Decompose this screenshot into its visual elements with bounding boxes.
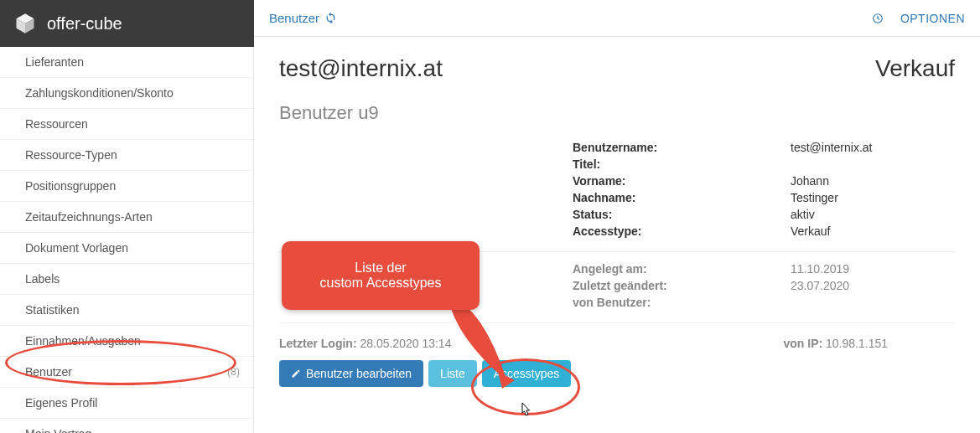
label-created: Angelegt am: xyxy=(573,262,791,276)
button-row: Benutzer bearbeiten Liste Accesstypes xyxy=(279,360,955,387)
page-subtitle: Benutzer u9 xyxy=(279,102,955,124)
value-ip: 10.98.1.151 xyxy=(826,337,888,350)
value-username: test@internix.at xyxy=(791,141,872,154)
sidebar-item-label: Einnahmen/Ausgaben xyxy=(25,334,141,348)
callout-tooltip: Liste der custom Accesstypes xyxy=(282,241,480,310)
sidebar-item-label: Zahlungskonditionen/Skonto xyxy=(25,86,174,100)
page-title: test@internix.at xyxy=(279,55,443,82)
label-byuser: von Benutzer: xyxy=(573,296,791,309)
label-last-login: Letzter Login: xyxy=(279,337,357,350)
sidebar-item-label: Eigenes Profil xyxy=(25,396,97,410)
value-modified: 23.07.2020 xyxy=(791,279,849,292)
title-row: test@internix.at Verkauf xyxy=(279,55,955,82)
sidebar-item-lieferanten[interactable]: Lieferanten xyxy=(0,47,253,78)
sidebar-item-labels[interactable]: Labels xyxy=(0,264,253,295)
sidebar-item-benutzer[interactable]: Benutzer (8) xyxy=(0,357,253,388)
sidebar-item-label: Dokument Vorlagen xyxy=(25,241,128,255)
meta-block: Angelegt am:11.10.2019 Zuletzt geändert:… xyxy=(573,260,955,311)
breadcrumb-label: Benutzer xyxy=(269,11,319,25)
svg-marker-1 xyxy=(498,372,515,389)
sidebar-item-ressourcen[interactable]: Ressourcen xyxy=(0,109,253,140)
sidebar-item-label: Positionsgruppen xyxy=(25,179,116,193)
edit-user-label: Benutzer bearbeiten xyxy=(306,367,412,380)
sidebar[interactable]: Lieferanten Zahlungskonditionen/Skonto R… xyxy=(0,47,254,433)
sidebar-item-statistiken[interactable]: Statistiken xyxy=(0,295,253,326)
label-modified: Zuletzt geändert: xyxy=(573,279,791,292)
label-ip: von IP: xyxy=(783,337,822,350)
sidebar-item-label: Statistiken xyxy=(25,303,80,317)
callout-line1: Liste der xyxy=(355,260,406,276)
login-row: Letzter Login: 28.05.2020 13:14 von IP: … xyxy=(279,332,955,350)
sidebar-item-eigenes-profil[interactable]: Eigenes Profil xyxy=(0,388,253,419)
value-created: 11.10.2019 xyxy=(791,262,849,276)
cursor-pointer-icon xyxy=(517,402,532,420)
label-accesstype: Accesstype: xyxy=(573,224,791,238)
brand-text: offer-cube xyxy=(47,14,122,34)
sidebar-item-label: Benutzer xyxy=(25,365,72,379)
pencil-icon xyxy=(291,369,301,379)
cube-logo-icon xyxy=(13,12,37,35)
detail-block: Benutzername:test@internix.at Titel: Vor… xyxy=(573,139,955,240)
edit-user-button[interactable]: Benutzer bearbeiten xyxy=(279,360,423,387)
sidebar-item-badge: (8) xyxy=(227,366,240,378)
sidebar-item-zahlungskonditionen[interactable]: Zahlungskonditionen/Skonto xyxy=(0,78,253,109)
sidebar-item-zeitaufzeichnungs-arten[interactable]: Zeitaufzeichnungs-Arten xyxy=(0,202,253,233)
label-status: Status: xyxy=(573,208,791,221)
sidebar-item-label: Labels xyxy=(25,272,60,286)
callout-line2: custom Accesstypes xyxy=(320,276,442,291)
label-lastname: Nachname: xyxy=(573,191,791,204)
sidebar-item-label: Ressource-Typen xyxy=(25,148,117,162)
sidebar-item-label: Lieferanten xyxy=(25,55,84,69)
sidebar-item-mein-vertrag[interactable]: Mein Vertrag xyxy=(0,419,253,433)
value-accesstype: Verkauf xyxy=(791,224,830,238)
label-firstname: Vorname: xyxy=(573,174,791,188)
page-role: Verkauf xyxy=(875,55,955,82)
sidebar-item-label: Ressourcen xyxy=(25,117,88,131)
divider xyxy=(279,322,955,323)
sidebar-item-positionsgruppen[interactable]: Positionsgruppen xyxy=(0,171,253,202)
brand-bar: offer-cube xyxy=(0,0,254,47)
sidebar-item-dokument-vorlagen[interactable]: Dokument Vorlagen xyxy=(0,233,253,264)
options-link[interactable]: OPTIONEN xyxy=(900,12,965,25)
value-firstname: Johann xyxy=(791,174,829,188)
label-username: Benutzername: xyxy=(573,141,791,154)
breadcrumb-link[interactable]: Benutzer xyxy=(269,11,337,25)
value-last-login: 28.05.2020 13:14 xyxy=(360,337,451,350)
main-content: test@internix.at Verkauf Benutzer u9 Ben… xyxy=(254,37,980,433)
sidebar-item-label: Zeitaufzeichnungs-Arten xyxy=(25,210,153,224)
sidebar-item-einnahmen-ausgaben[interactable]: Einnahmen/Ausgaben xyxy=(0,326,253,357)
value-lastname: Testinger xyxy=(791,191,838,204)
refresh-icon xyxy=(324,12,337,24)
label-title: Titel: xyxy=(573,157,791,171)
value-status: aktiv xyxy=(791,208,815,221)
header-right: OPTIONEN xyxy=(872,12,965,25)
main-header: Benutzer OPTIONEN xyxy=(254,0,980,37)
clock-icon[interactable] xyxy=(872,13,884,24)
sidebar-item-label: Mein Vertrag xyxy=(25,427,91,433)
sidebar-item-ressource-typen[interactable]: Ressource-Typen xyxy=(0,140,253,171)
